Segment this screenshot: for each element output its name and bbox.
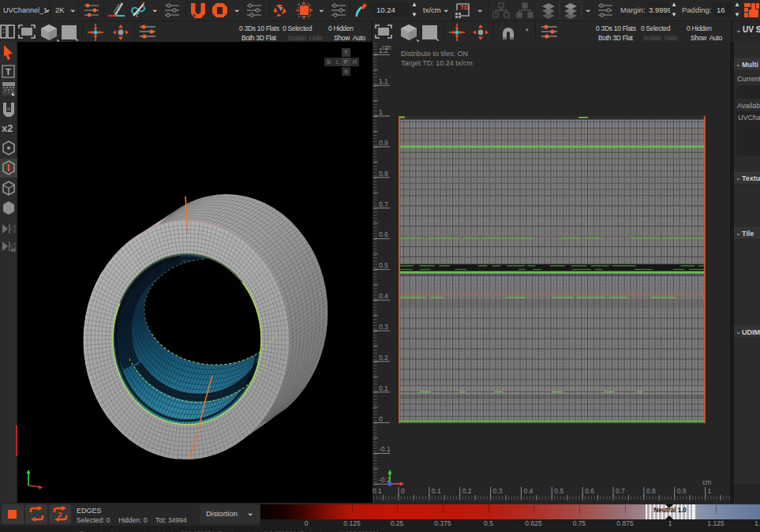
svg-text:TD: TD bbox=[460, 4, 469, 11]
svg-text:0: 0 bbox=[379, 415, 383, 423]
svg-text:T: T bbox=[6, 67, 11, 77]
svg-text:2: 2 bbox=[58, 511, 62, 519]
svg-text:0: 0 bbox=[401, 487, 405, 495]
svg-text:0.9: 0.9 bbox=[677, 487, 687, 495]
svg-text:-0.1: -0.1 bbox=[379, 445, 391, 453]
svg-text:Distribute to tiles: ON: Distribute to tiles: ON bbox=[401, 50, 468, 58]
svg-text:0.4: 0.4 bbox=[379, 292, 388, 300]
svg-text:0.3: 0.3 bbox=[493, 487, 503, 495]
svg-text:0.4: 0.4 bbox=[523, 487, 533, 495]
svg-text:0.2: 0.2 bbox=[379, 354, 388, 362]
svg-text:Target TD: 10.24 tx/cm: Target TD: 10.24 tx/cm bbox=[401, 59, 473, 67]
svg-text:0.8: 0.8 bbox=[379, 170, 388, 178]
svg-text:0.5: 0.5 bbox=[379, 261, 388, 269]
svg-text:0.9: 0.9 bbox=[379, 139, 388, 147]
svg-text:cm: cm bbox=[702, 478, 711, 486]
svg-text:0.6: 0.6 bbox=[585, 487, 594, 495]
svg-text:0.3: 0.3 bbox=[379, 323, 388, 331]
svg-text:0.2: 0.2 bbox=[462, 487, 472, 495]
svg-text:0.1: 0.1 bbox=[379, 384, 388, 392]
svg-text:0.1: 0.1 bbox=[432, 487, 441, 495]
svg-text:0.8: 0.8 bbox=[646, 487, 656, 495]
svg-text:0.6: 0.6 bbox=[379, 230, 388, 238]
svg-text:cm: cm bbox=[382, 43, 391, 51]
svg-text:0.7: 0.7 bbox=[379, 200, 388, 208]
svg-text:0.7: 0.7 bbox=[616, 487, 625, 495]
svg-text:0.5: 0.5 bbox=[554, 487, 563, 495]
svg-text:-0.1: -0.1 bbox=[373, 487, 382, 495]
svg-text:1: 1 bbox=[379, 108, 383, 116]
svg-text:1: 1 bbox=[708, 487, 712, 495]
svg-text:1.1: 1.1 bbox=[379, 77, 388, 85]
